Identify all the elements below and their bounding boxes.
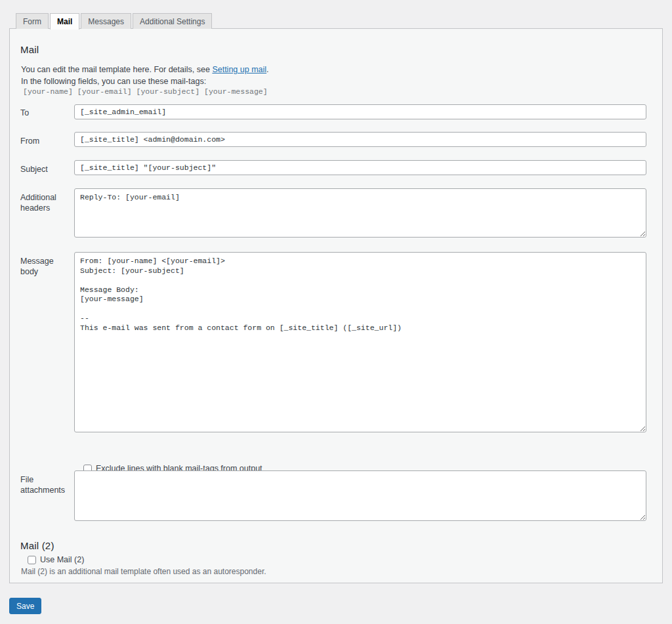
tab-messages[interactable]: Messages	[81, 13, 131, 29]
message-body-label: Message body	[20, 256, 73, 277]
subject-label: Subject	[20, 164, 73, 175]
subject-input[interactable]	[74, 160, 646, 175]
mail-settings-page: Form Mail Messages Additional Settings M…	[0, 0, 672, 624]
mail-panel: Mail You can edit the mail template here…	[9, 28, 663, 583]
file-attachments-label: File attachments	[20, 474, 73, 495]
tab-mail[interactable]: Mail	[50, 13, 79, 30]
to-label: To	[20, 108, 73, 118]
editor-tab-bar: Form Mail Messages Additional Settings	[16, 13, 213, 30]
intro-before-link: You can edit the mail template here. For…	[21, 65, 212, 74]
file-attachments-textarea[interactable]	[74, 470, 646, 521]
tab-additional-settings[interactable]: Additional Settings	[133, 13, 212, 29]
intro-after-link: .	[266, 65, 268, 74]
use-mail-2-label: Use Mail (2)	[40, 555, 84, 564]
mail-tags-hint-text: In the following fields, you can use the…	[21, 77, 206, 86]
use-mail-2-checkbox-row[interactable]: Use Mail (2)	[28, 555, 84, 564]
available-mail-tags: [your-name] [your-email] [your-subject] …	[23, 87, 268, 96]
mail-2-description: Mail (2) is an additional mail template …	[21, 567, 266, 576]
mail-section-title: Mail	[20, 44, 39, 55]
mail-2-section-title: Mail (2)	[20, 540, 54, 551]
additional-headers-textarea[interactable]: Reply-To: [your-email]	[74, 188, 646, 238]
save-button[interactable]: Save	[9, 598, 41, 614]
additional-headers-label: Additional headers	[20, 192, 73, 213]
tab-form[interactable]: Form	[16, 13, 49, 29]
use-mail-2-checkbox[interactable]	[28, 556, 36, 564]
mail-intro-text: You can edit the mail template here. For…	[21, 65, 269, 74]
message-body-textarea[interactable]: From: [your-name] <[your-email]> Subject…	[74, 252, 646, 432]
to-input[interactable]	[74, 104, 646, 119]
from-label: From	[20, 136, 73, 146]
setting-up-mail-link[interactable]: Setting up mail	[212, 65, 266, 74]
from-input[interactable]	[74, 132, 646, 147]
